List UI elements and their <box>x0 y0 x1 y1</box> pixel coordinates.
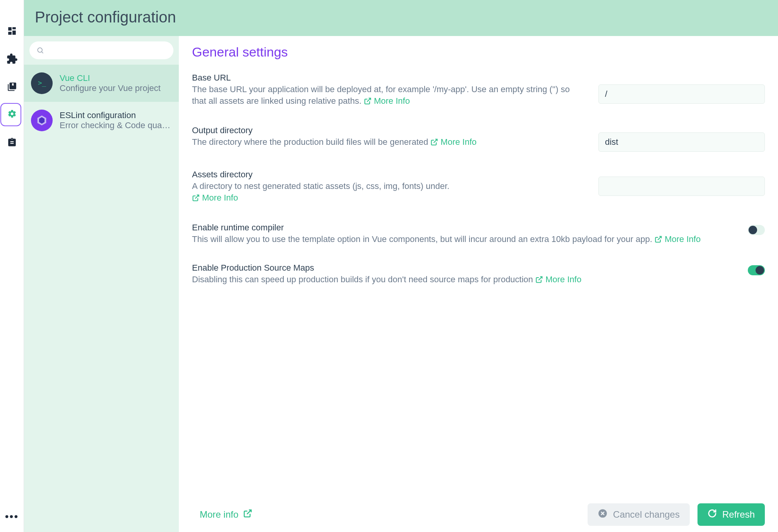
source-maps-toggle[interactable] <box>748 265 765 275</box>
external-link-icon <box>430 137 438 149</box>
svg-line-6 <box>42 52 43 53</box>
runtime-compiler-toggle[interactable] <box>748 225 765 235</box>
more-info-link[interactable]: More Info <box>655 234 701 244</box>
vue-cli-icon: >_ <box>31 72 53 94</box>
nav-tasks[interactable] <box>4 135 20 150</box>
external-link-icon <box>655 235 662 246</box>
field-desc: The base URL your application will be de… <box>192 84 583 108</box>
config-sidebar: >_ Vue CLI Configure your Vue project ES… <box>24 36 179 532</box>
output-dir-input[interactable] <box>598 132 765 152</box>
svg-rect-2 <box>12 31 16 35</box>
more-info-link[interactable]: More Info <box>364 96 410 106</box>
field-name: Output directory <box>192 125 583 136</box>
field-output-dir: Output directory The directory where the… <box>192 125 765 152</box>
more-info-link[interactable]: More Info <box>192 193 238 203</box>
svg-line-15 <box>247 510 251 514</box>
base-url-input[interactable] <box>598 84 765 104</box>
svg-text:>_: >_ <box>38 79 46 87</box>
external-link-icon <box>243 509 252 520</box>
close-circle-icon <box>598 508 608 521</box>
field-name: Enable runtime compiler <box>192 223 732 233</box>
panel-heading: General settings <box>192 45 765 60</box>
field-runtime-compiler: Enable runtime compiler This will allow … <box>192 223 765 246</box>
nav-dependencies[interactable] <box>4 79 20 94</box>
nav-more[interactable]: ••• <box>5 510 19 523</box>
external-link-icon <box>192 193 200 205</box>
field-desc: Disabling this can speed up production b… <box>192 274 732 287</box>
action-bar: More info Cancel changes Refresh <box>192 500 765 526</box>
field-name: Enable Production Source Maps <box>192 263 732 273</box>
field-base-url: Base URL The base URL your application w… <box>192 73 765 108</box>
nav-plugins[interactable] <box>4 51 20 67</box>
field-desc: A directory to nest generated static ass… <box>192 180 583 204</box>
more-horizontal-icon: ••• <box>5 510 19 522</box>
more-info-link[interactable]: More Info <box>430 137 476 147</box>
refresh-button[interactable]: Refresh <box>697 503 765 526</box>
nav-dashboard[interactable] <box>4 23 20 39</box>
config-item-subtitle: Configure your Vue project <box>60 83 161 93</box>
svg-line-10 <box>367 98 370 101</box>
svg-point-4 <box>8 114 10 116</box>
config-item-subtitle: Error checking & Code quali… <box>60 120 172 130</box>
clipboard-icon <box>7 137 17 148</box>
cancel-button[interactable]: Cancel changes <box>588 503 690 526</box>
svg-rect-1 <box>12 27 16 29</box>
assets-dir-input[interactable] <box>598 177 765 196</box>
field-name: Base URL <box>192 73 583 83</box>
config-item-eslint[interactable]: ESLint configuration Error checking & Co… <box>24 102 179 139</box>
puzzle-icon <box>6 53 18 65</box>
svg-rect-3 <box>8 32 12 35</box>
collections-icon <box>7 82 17 92</box>
nav-configuration[interactable] <box>4 107 20 122</box>
svg-point-5 <box>38 48 42 52</box>
field-name: Assets directory <box>192 170 583 180</box>
refresh-icon <box>708 509 717 520</box>
more-info-button[interactable]: More info <box>200 509 252 520</box>
field-desc: The directory where the production build… <box>192 136 583 149</box>
eslint-icon <box>31 110 53 131</box>
nav-rail: ••• <box>0 0 24 532</box>
svg-line-14 <box>539 277 542 280</box>
search-input[interactable] <box>29 41 173 59</box>
svg-rect-0 <box>8 27 12 31</box>
field-assets-dir: Assets directory A directory to nest gen… <box>192 170 765 204</box>
field-source-maps: Enable Production Source Maps Disabling … <box>192 263 765 287</box>
dashboard-icon <box>7 26 17 36</box>
more-info-link[interactable]: More Info <box>535 275 581 284</box>
svg-line-13 <box>658 236 661 240</box>
settings-panel: General settings Base URL The base URL y… <box>179 36 778 532</box>
page-header: Project configuration <box>24 0 778 36</box>
config-item-title: Vue CLI <box>60 73 161 83</box>
main: Project configuration >_ Vue CLI Configu… <box>24 0 778 532</box>
gear-icon <box>7 109 17 120</box>
external-link-icon <box>535 275 543 287</box>
field-desc: This will allow you to use the template … <box>192 233 732 246</box>
svg-line-11 <box>434 139 437 143</box>
svg-line-12 <box>195 195 199 199</box>
search-icon <box>36 46 44 54</box>
external-link-icon <box>364 96 372 108</box>
config-item-title: ESLint configuration <box>60 110 172 120</box>
page-title: Project configuration <box>35 9 767 26</box>
config-item-vue-cli[interactable]: >_ Vue CLI Configure your Vue project <box>24 65 179 102</box>
